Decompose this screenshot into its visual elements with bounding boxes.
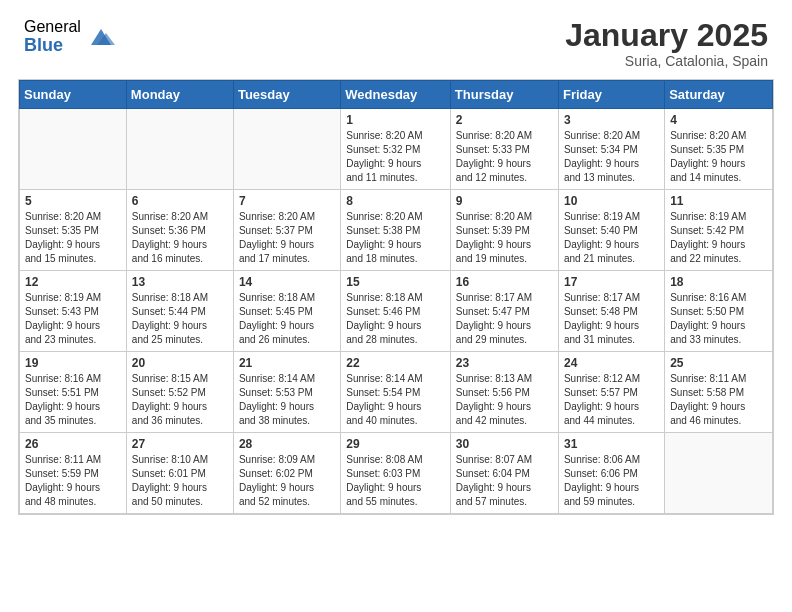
calendar-cell: 15Sunrise: 8:18 AM Sunset: 5:46 PM Dayli… <box>341 271 451 352</box>
day-number: 18 <box>670 275 767 289</box>
calendar-cell: 7Sunrise: 8:20 AM Sunset: 5:37 PM Daylig… <box>233 190 340 271</box>
calendar-week-row: 19Sunrise: 8:16 AM Sunset: 5:51 PM Dayli… <box>20 352 773 433</box>
day-info: Sunrise: 8:14 AM Sunset: 5:53 PM Dayligh… <box>239 372 335 428</box>
calendar-cell: 13Sunrise: 8:18 AM Sunset: 5:44 PM Dayli… <box>126 271 233 352</box>
day-info: Sunrise: 8:12 AM Sunset: 5:57 PM Dayligh… <box>564 372 659 428</box>
day-info: Sunrise: 8:17 AM Sunset: 5:48 PM Dayligh… <box>564 291 659 347</box>
calendar-cell: 20Sunrise: 8:15 AM Sunset: 5:52 PM Dayli… <box>126 352 233 433</box>
day-number: 19 <box>25 356 121 370</box>
day-number: 3 <box>564 113 659 127</box>
day-info: Sunrise: 8:16 AM Sunset: 5:50 PM Dayligh… <box>670 291 767 347</box>
day-number: 15 <box>346 275 445 289</box>
day-info: Sunrise: 8:19 AM Sunset: 5:43 PM Dayligh… <box>25 291 121 347</box>
day-number: 20 <box>132 356 228 370</box>
calendar-cell: 3Sunrise: 8:20 AM Sunset: 5:34 PM Daylig… <box>558 109 664 190</box>
calendar-week-row: 1Sunrise: 8:20 AM Sunset: 5:32 PM Daylig… <box>20 109 773 190</box>
header-thursday: Thursday <box>450 81 558 109</box>
header-wednesday: Wednesday <box>341 81 451 109</box>
calendar-cell: 17Sunrise: 8:17 AM Sunset: 5:48 PM Dayli… <box>558 271 664 352</box>
location: Suria, Catalonia, Spain <box>565 53 768 69</box>
calendar-cell: 6Sunrise: 8:20 AM Sunset: 5:36 PM Daylig… <box>126 190 233 271</box>
calendar-header-row: Sunday Monday Tuesday Wednesday Thursday… <box>20 81 773 109</box>
day-number: 24 <box>564 356 659 370</box>
day-number: 23 <box>456 356 553 370</box>
day-info: Sunrise: 8:17 AM Sunset: 5:47 PM Dayligh… <box>456 291 553 347</box>
day-info: Sunrise: 8:20 AM Sunset: 5:37 PM Dayligh… <box>239 210 335 266</box>
calendar-cell <box>126 109 233 190</box>
day-info: Sunrise: 8:20 AM Sunset: 5:32 PM Dayligh… <box>346 129 445 185</box>
day-info: Sunrise: 8:16 AM Sunset: 5:51 PM Dayligh… <box>25 372 121 428</box>
day-number: 5 <box>25 194 121 208</box>
calendar-cell: 21Sunrise: 8:14 AM Sunset: 5:53 PM Dayli… <box>233 352 340 433</box>
day-info: Sunrise: 8:09 AM Sunset: 6:02 PM Dayligh… <box>239 453 335 509</box>
day-number: 22 <box>346 356 445 370</box>
calendar-cell: 27Sunrise: 8:10 AM Sunset: 6:01 PM Dayli… <box>126 433 233 514</box>
day-info: Sunrise: 8:14 AM Sunset: 5:54 PM Dayligh… <box>346 372 445 428</box>
logo: General Blue <box>24 18 115 55</box>
calendar-week-row: 5Sunrise: 8:20 AM Sunset: 5:35 PM Daylig… <box>20 190 773 271</box>
day-number: 10 <box>564 194 659 208</box>
calendar-cell: 16Sunrise: 8:17 AM Sunset: 5:47 PM Dayli… <box>450 271 558 352</box>
calendar: Sunday Monday Tuesday Wednesday Thursday… <box>18 79 774 515</box>
day-number: 31 <box>564 437 659 451</box>
calendar-cell: 18Sunrise: 8:16 AM Sunset: 5:50 PM Dayli… <box>665 271 773 352</box>
day-number: 17 <box>564 275 659 289</box>
day-number: 14 <box>239 275 335 289</box>
calendar-cell: 19Sunrise: 8:16 AM Sunset: 5:51 PM Dayli… <box>20 352 127 433</box>
day-info: Sunrise: 8:20 AM Sunset: 5:33 PM Dayligh… <box>456 129 553 185</box>
calendar-cell: 30Sunrise: 8:07 AM Sunset: 6:04 PM Dayli… <box>450 433 558 514</box>
day-info: Sunrise: 8:11 AM Sunset: 5:58 PM Dayligh… <box>670 372 767 428</box>
calendar-cell: 23Sunrise: 8:13 AM Sunset: 5:56 PM Dayli… <box>450 352 558 433</box>
header-monday: Monday <box>126 81 233 109</box>
day-number: 21 <box>239 356 335 370</box>
calendar-cell: 4Sunrise: 8:20 AM Sunset: 5:35 PM Daylig… <box>665 109 773 190</box>
logo-general: General <box>24 18 81 36</box>
calendar-cell <box>20 109 127 190</box>
day-info: Sunrise: 8:20 AM Sunset: 5:34 PM Dayligh… <box>564 129 659 185</box>
day-number: 2 <box>456 113 553 127</box>
calendar-cell <box>665 433 773 514</box>
day-info: Sunrise: 8:18 AM Sunset: 5:45 PM Dayligh… <box>239 291 335 347</box>
page: General Blue January 2025 Suria, Catalon… <box>0 0 792 612</box>
calendar-cell: 1Sunrise: 8:20 AM Sunset: 5:32 PM Daylig… <box>341 109 451 190</box>
day-info: Sunrise: 8:07 AM Sunset: 6:04 PM Dayligh… <box>456 453 553 509</box>
month-title: January 2025 <box>565 18 768 53</box>
day-number: 30 <box>456 437 553 451</box>
day-info: Sunrise: 8:20 AM Sunset: 5:36 PM Dayligh… <box>132 210 228 266</box>
calendar-week-row: 26Sunrise: 8:11 AM Sunset: 5:59 PM Dayli… <box>20 433 773 514</box>
calendar-cell: 2Sunrise: 8:20 AM Sunset: 5:33 PM Daylig… <box>450 109 558 190</box>
day-number: 27 <box>132 437 228 451</box>
logo-blue: Blue <box>24 36 81 56</box>
calendar-cell: 22Sunrise: 8:14 AM Sunset: 5:54 PM Dayli… <box>341 352 451 433</box>
day-info: Sunrise: 8:20 AM Sunset: 5:35 PM Dayligh… <box>25 210 121 266</box>
calendar-cell: 28Sunrise: 8:09 AM Sunset: 6:02 PM Dayli… <box>233 433 340 514</box>
calendar-cell: 29Sunrise: 8:08 AM Sunset: 6:03 PM Dayli… <box>341 433 451 514</box>
day-number: 11 <box>670 194 767 208</box>
day-info: Sunrise: 8:19 AM Sunset: 5:42 PM Dayligh… <box>670 210 767 266</box>
calendar-cell: 24Sunrise: 8:12 AM Sunset: 5:57 PM Dayli… <box>558 352 664 433</box>
day-number: 6 <box>132 194 228 208</box>
calendar-cell: 10Sunrise: 8:19 AM Sunset: 5:40 PM Dayli… <box>558 190 664 271</box>
calendar-cell: 5Sunrise: 8:20 AM Sunset: 5:35 PM Daylig… <box>20 190 127 271</box>
day-info: Sunrise: 8:11 AM Sunset: 5:59 PM Dayligh… <box>25 453 121 509</box>
day-info: Sunrise: 8:19 AM Sunset: 5:40 PM Dayligh… <box>564 210 659 266</box>
logo-text: General Blue <box>24 18 81 55</box>
day-info: Sunrise: 8:20 AM Sunset: 5:38 PM Dayligh… <box>346 210 445 266</box>
calendar-cell: 25Sunrise: 8:11 AM Sunset: 5:58 PM Dayli… <box>665 352 773 433</box>
calendar-cell: 11Sunrise: 8:19 AM Sunset: 5:42 PM Dayli… <box>665 190 773 271</box>
day-number: 25 <box>670 356 767 370</box>
day-info: Sunrise: 8:18 AM Sunset: 5:44 PM Dayligh… <box>132 291 228 347</box>
title-area: January 2025 Suria, Catalonia, Spain <box>565 18 768 69</box>
day-number: 8 <box>346 194 445 208</box>
calendar-cell: 31Sunrise: 8:06 AM Sunset: 6:06 PM Dayli… <box>558 433 664 514</box>
header-sunday: Sunday <box>20 81 127 109</box>
day-number: 9 <box>456 194 553 208</box>
day-number: 28 <box>239 437 335 451</box>
logo-icon <box>87 23 115 51</box>
day-number: 16 <box>456 275 553 289</box>
day-info: Sunrise: 8:06 AM Sunset: 6:06 PM Dayligh… <box>564 453 659 509</box>
day-number: 1 <box>346 113 445 127</box>
day-number: 13 <box>132 275 228 289</box>
calendar-cell: 26Sunrise: 8:11 AM Sunset: 5:59 PM Dayli… <box>20 433 127 514</box>
header: General Blue January 2025 Suria, Catalon… <box>0 0 792 79</box>
